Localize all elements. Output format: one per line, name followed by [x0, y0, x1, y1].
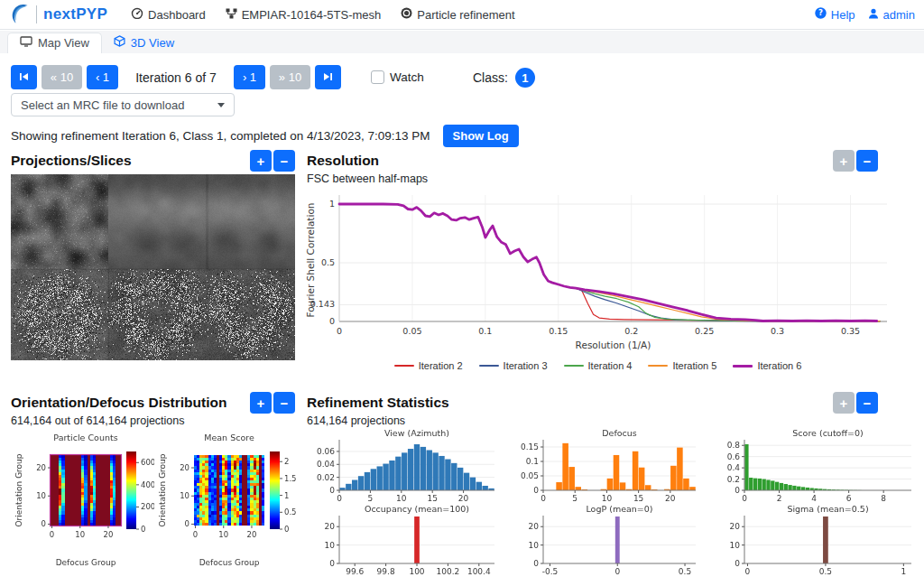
nav-link-project[interactable]: EMPIAR-10164-5TS-mesh [226, 8, 382, 22]
svg-text:20: 20 [325, 522, 336, 531]
fsc-chart: 00.1430.5100.050.10.150.20.250.30.35Reso… [305, 177, 924, 361]
legend-item[interactable]: Iteration 6 [733, 360, 801, 371]
resolution-title: Resolution [307, 153, 379, 169]
svg-text:20: 20 [247, 530, 257, 539]
orientation-zoom-out-button[interactable]: − [273, 392, 295, 414]
svg-text:20: 20 [180, 463, 189, 472]
svg-text:0.04: 0.04 [317, 460, 335, 469]
svg-text:Sigma (mean=0.5): Sigma (mean=0.5) [787, 504, 868, 514]
svg-text:0.05: 0.05 [521, 471, 539, 480]
svg-text:0: 0 [50, 530, 54, 539]
svg-text:Score (cutoff=0): Score (cutoff=0) [792, 428, 863, 438]
legend-item[interactable]: Iteration 5 [648, 360, 716, 371]
svg-text:0: 0 [185, 519, 189, 528]
refinement-panel-header: Refinement Statistics + − [307, 395, 878, 411]
class-badge[interactable]: 1 [515, 68, 535, 88]
resolution-zoom-in-button[interactable]: + [833, 150, 855, 172]
watch-checkbox[interactable] [371, 70, 384, 84]
resolution-zoom-out-button[interactable]: − [856, 150, 878, 172]
orientation-zoom-in-button[interactable]: + [250, 392, 272, 414]
refinement-zoom-out-button[interactable]: − [856, 392, 878, 414]
svg-text:Fourier Shell Correlation: Fourier Shell Correlation [305, 203, 316, 318]
back-10-button[interactable]: « 10 [42, 65, 82, 89]
tab-map-view[interactable]: Map View [7, 33, 102, 53]
project-icon [226, 8, 237, 22]
svg-text:0.6: 0.6 [727, 452, 741, 461]
projections-image[interactable] [11, 174, 295, 360]
user-link[interactable]: admin [868, 8, 915, 22]
svg-text:0: 0 [42, 519, 46, 528]
brand-name: nextPYP [43, 5, 107, 23]
histogram-view-azimuth-: 00.020.040.0605101520View (Azimuth) [303, 428, 507, 504]
svg-text:0.1: 0.1 [526, 457, 539, 466]
help-icon: ? [815, 7, 827, 22]
svg-text:0.1: 0.1 [478, 326, 492, 336]
svg-text:1: 1 [901, 567, 906, 576]
svg-text:0: 0 [337, 494, 342, 503]
last-iteration-button[interactable] [315, 65, 341, 89]
svg-text:20: 20 [730, 522, 741, 531]
histogram-defocus: 00.050.10.1505101520Defocus [507, 428, 708, 504]
svg-text:0: 0 [745, 567, 751, 576]
help-link[interactable]: ? Help [815, 7, 855, 22]
svg-text:6: 6 [846, 494, 852, 503]
svg-text:0: 0 [193, 530, 198, 539]
svg-text:0: 0 [742, 494, 747, 503]
svg-text:0.2: 0.2 [727, 475, 740, 484]
nav-link-refinement[interactable]: Particle refinement [401, 7, 514, 22]
svg-text:99.8: 99.8 [377, 567, 395, 576]
svg-text:0: 0 [614, 567, 620, 576]
first-iteration-button[interactable] [11, 65, 37, 89]
svg-text:15: 15 [633, 494, 643, 503]
svg-text:Defocus Group: Defocus Group [199, 558, 260, 567]
svg-text:-0.5: -0.5 [542, 567, 559, 576]
legend-item[interactable]: Iteration 4 [564, 360, 633, 371]
svg-text:0: 0 [533, 559, 539, 568]
forward-1-button[interactable]: › 1 [234, 65, 265, 89]
legend-label: Iteration 2 [419, 360, 463, 371]
legend-label: Iteration 5 [672, 360, 716, 371]
mrc-select-value: Select an MRC file to download [21, 98, 184, 112]
histogram-score-cutoff-0-: 00.20.40.60.802468Score (cutoff=0) [708, 428, 924, 504]
show-log-button[interactable]: Show Log [443, 125, 519, 147]
particle-counts-heatmap: Particle Counts0102001020Defocus GroupOr… [11, 428, 154, 577]
projections-zoom-out-button[interactable]: − [273, 150, 295, 172]
watch-label: Watch [390, 70, 424, 84]
legend-item[interactable]: Iteration 2 [394, 360, 463, 371]
svg-text:10: 10 [75, 530, 85, 539]
legend-label: Iteration 6 [757, 360, 801, 371]
fsc-legend: Iteration 2Iteration 3Iteration 4Iterati… [307, 360, 889, 371]
nav-links: Dashboard EMPIAR-10164-5TS-mesh Particle… [131, 7, 515, 22]
mrc-select[interactable]: Select an MRC file to download [11, 93, 235, 116]
svg-text:6000: 6000 [141, 458, 154, 467]
brand[interactable]: nextPYP [9, 3, 107, 27]
svg-text:10: 10 [325, 541, 336, 550]
cube-icon [114, 35, 125, 50]
refinement-zoom-in-button[interactable]: + [833, 392, 855, 414]
map-view-icon [20, 36, 32, 50]
projections-zoom-in-button[interactable]: + [250, 150, 272, 172]
svg-text:0.25: 0.25 [695, 326, 714, 336]
svg-text:20: 20 [665, 494, 676, 503]
svg-text:5: 5 [572, 494, 578, 503]
svg-text:1.5: 1.5 [284, 474, 297, 483]
svg-text:0.5: 0.5 [679, 567, 691, 576]
svg-text:1: 1 [284, 491, 289, 500]
forward-10-button[interactable]: » 10 [270, 65, 310, 89]
svg-text:Orientation Group: Orientation Group [158, 453, 167, 526]
legend-item[interactable]: Iteration 3 [479, 360, 548, 371]
tab-3d-view[interactable]: 3D View [102, 33, 186, 53]
svg-text:0.4: 0.4 [727, 463, 741, 472]
svg-text:0.05: 0.05 [402, 326, 421, 336]
nav-link-dashboard[interactable]: Dashboard [131, 7, 206, 22]
svg-text:0.5: 0.5 [284, 507, 297, 517]
svg-text:10: 10 [180, 491, 189, 500]
back-1-button[interactable]: ‹ 1 [87, 65, 118, 89]
projections-title: Projections/Slices [11, 153, 132, 169]
refinement-subtitle: 614,164 projections [307, 414, 405, 427]
svg-text:4: 4 [811, 494, 817, 503]
svg-text:0: 0 [735, 559, 740, 568]
svg-text:8: 8 [881, 494, 886, 503]
orientation-panel-header: Orientation/Defocus Distribution + − [11, 395, 295, 411]
svg-text:20: 20 [529, 522, 540, 531]
